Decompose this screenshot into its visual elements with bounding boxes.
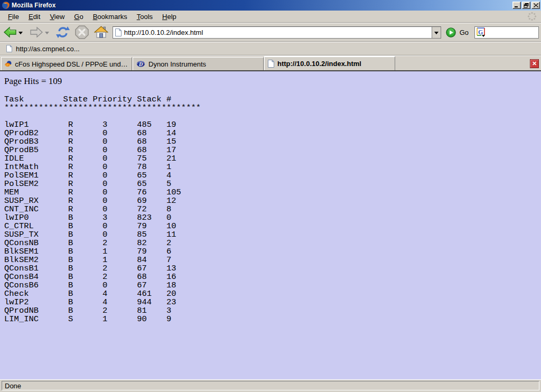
- browser-window: Mozilla Firefox File Edit View Go Bookma…: [0, 0, 541, 392]
- title-bar: Mozilla Firefox: [0, 0, 541, 11]
- stop-icon: [75, 25, 89, 39]
- google-icon[interactable]: G: [477, 27, 486, 37]
- stop-button[interactable]: [74, 24, 90, 40]
- home-button[interactable]: [93, 24, 109, 40]
- url-bar[interactable]: http://10.0.10.2/index.html: [113, 26, 441, 39]
- status-text: Done: [2, 381, 539, 390]
- cfos-icon: cFos: [5, 60, 12, 68]
- svg-text:G: G: [478, 29, 483, 36]
- back-button[interactable]: [2, 24, 18, 40]
- menu-go[interactable]: Go: [69, 11, 88, 22]
- forward-button[interactable]: [29, 24, 44, 40]
- tab-label: cFos Highspeed DSL / PPPoE und ISDN CAP.…: [15, 60, 128, 68]
- throbber-icon: [527, 12, 537, 21]
- dynon-icon: D: [136, 60, 145, 68]
- menu-tools[interactable]: Tools: [132, 11, 157, 22]
- bookmark-label: http://as.cmpnet.co...: [16, 45, 80, 53]
- menu-view[interactable]: View: [45, 11, 69, 22]
- tab-index-active[interactable]: http://10.0.10.2/index.html: [264, 56, 395, 70]
- bookmarks-toolbar: http://as.cmpnet.co...: [0, 42, 541, 55]
- menu-bookmarks[interactable]: Bookmarks: [88, 11, 132, 22]
- bookmark-item[interactable]: http://as.cmpnet.co...: [4, 44, 82, 54]
- close-button[interactable]: [531, 2, 540, 9]
- page-icon: [115, 29, 122, 36]
- tab-label: http://10.0.10.2/index.html: [277, 60, 361, 68]
- page-icon: [268, 60, 274, 68]
- close-tab-button[interactable]: ✕: [530, 59, 539, 68]
- navigation-toolbar: http://10.0.10.2/index.html Go G: [0, 23, 541, 42]
- svg-text:cFos: cFos: [5, 63, 12, 67]
- forward-icon: [30, 26, 43, 38]
- reload-icon: [56, 26, 70, 39]
- search-box[interactable]: G: [474, 26, 539, 39]
- menu-bar: File Edit View Go Bookmarks Tools Help: [0, 11, 541, 23]
- page-icon: [6, 45, 12, 52]
- url-input[interactable]: http://10.0.10.2/index.html: [124, 29, 432, 36]
- menu-help[interactable]: Help: [157, 11, 181, 22]
- page-hits-text: Page Hits = 109: [4, 76, 537, 87]
- page-content: Page Hits = 109 Task State Priority Stac…: [0, 71, 541, 379]
- go-button[interactable]: Go: [460, 29, 469, 36]
- tab-cfos[interactable]: cFos cFos Highspeed DSL / PPPoE und ISDN…: [1, 57, 132, 70]
- menu-edit[interactable]: Edit: [24, 11, 45, 22]
- firefox-icon: [2, 1, 10, 10]
- window-title: Mozilla Firefox: [12, 2, 511, 9]
- back-dropdown-caret[interactable]: [18, 32, 23, 34]
- url-dropdown-button[interactable]: [432, 27, 441, 38]
- tab-label: Dynon Instruments: [148, 60, 206, 68]
- home-icon: [94, 26, 108, 39]
- task-table: Task State Priority Stack # ************…: [4, 95, 537, 323]
- restore-button[interactable]: [522, 2, 530, 9]
- search-input[interactable]: [486, 27, 538, 37]
- back-icon: [3, 26, 17, 38]
- status-bar: Done: [0, 379, 541, 392]
- menu-file[interactable]: File: [3, 11, 24, 22]
- forward-dropdown-caret[interactable]: [45, 32, 49, 34]
- minimize-button[interactable]: [512, 2, 521, 9]
- reload-button[interactable]: [55, 24, 71, 40]
- tab-dynon[interactable]: D Dynon Instruments: [133, 57, 264, 70]
- tab-bar: cFos cFos Highspeed DSL / PPPoE und ISDN…: [0, 55, 541, 71]
- go-icon[interactable]: [446, 27, 456, 38]
